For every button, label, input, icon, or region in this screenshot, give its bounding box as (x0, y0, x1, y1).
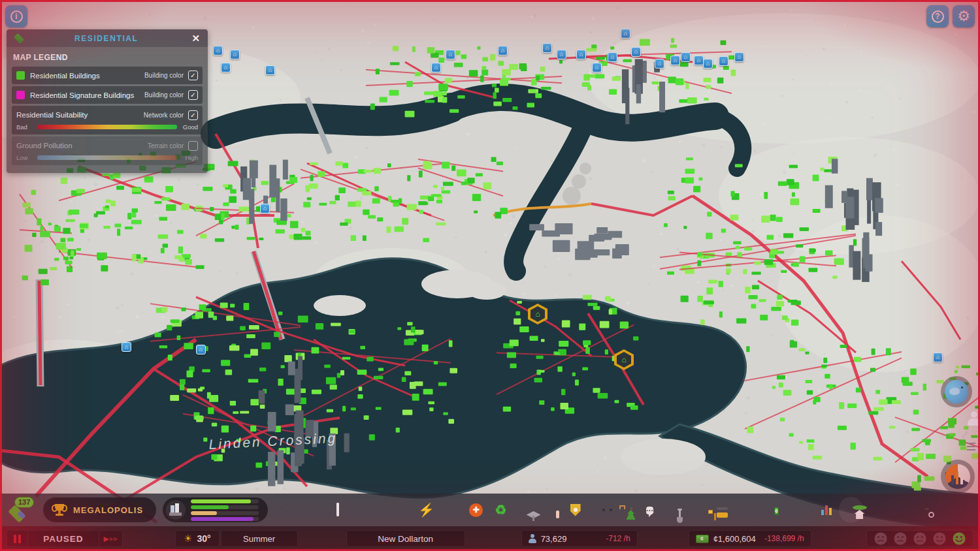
happiness-face-neutral (913, 531, 927, 546)
ground-pollution-checkbox[interactable] (188, 141, 198, 151)
season-widget[interactable]: Summer (221, 530, 298, 547)
communications-icon: ··· (646, 504, 653, 516)
panel-title: RESIDENTIAL (24, 34, 189, 43)
chirper-bird-icon (945, 380, 968, 403)
roads-tool[interactable] (391, 498, 412, 522)
building-levelup-marker[interactable]: ⌂ (230, 50, 240, 59)
parks-recreation-tool[interactable] (614, 498, 636, 522)
money-value: ¢1,600,604 (713, 534, 756, 544)
electricity-icon: ⚡ (418, 503, 434, 517)
milestone-label: MEGALOPOLIS (73, 505, 143, 515)
building-levelup-marker[interactable]: ⌂ (196, 345, 206, 354)
population-icon (529, 534, 536, 543)
close-icon[interactable]: ✕ (189, 33, 203, 44)
xp-track-2 (191, 511, 259, 515)
statistics-icon (821, 505, 832, 515)
residential-infoview-panel: RESIDENTIAL ✕ MAP LEGEND Residential Bui… (7, 29, 208, 173)
electricity-tool[interactable]: ⚡ (416, 498, 437, 522)
bulldozer-tool[interactable] (703, 498, 725, 522)
zoning-tool[interactable] (302, 498, 323, 522)
building-levelup-marker[interactable]: ⌂ (655, 59, 664, 69)
milestone-button[interactable]: MEGALOPOLIS (43, 497, 156, 522)
xp-progress-button[interactable] (163, 497, 268, 522)
water-sewage-tool[interactable] (440, 498, 462, 522)
building-levelup-marker[interactable]: ⌂ (260, 204, 270, 213)
legend-row-residential-buildings: Residential Buildings Building color ✓ (12, 67, 203, 84)
settings-button[interactable]: ⚙ (953, 5, 975, 27)
game-screen: Linden Crossing ⌂⌂⌂⌂⌂⌂⌂⌂⌂⌂⌂⌂⌂⌂⌂⌂⌂⌂⌂⌂⌂⌂⌂⌂… (0, 0, 980, 551)
city-level-button[interactable]: 137 (5, 497, 37, 523)
progression-button[interactable] (840, 498, 862, 522)
terrain-tool[interactable] (351, 498, 373, 522)
communications-tool[interactable]: ··· (639, 498, 661, 522)
suitability-checkbox[interactable]: ✓ (188, 110, 198, 120)
building-levelup-marker[interactable]: ⌂ (734, 52, 744, 62)
education-tool[interactable] (515, 498, 536, 522)
info-views-button[interactable] (791, 498, 812, 522)
districts-tool[interactable] (327, 498, 348, 522)
building-levelup-marker[interactable]: ⌂ (576, 50, 586, 59)
money-widget[interactable]: ¢ ¢1,600,604 -138,699 /h (689, 530, 811, 547)
building-levelup-marker[interactable]: ⌂ (631, 47, 641, 57)
districts-icon (336, 504, 339, 516)
simulation-speed-control: PAUSED ▶ ▶▶ (7, 530, 123, 547)
building-levelup-marker[interactable]: ⌂ (431, 63, 441, 72)
transportation-tool[interactable] (589, 498, 611, 522)
building-levelup-marker[interactable]: ⌂ (122, 342, 131, 352)
building-levelup-marker[interactable]: ⌂ (542, 43, 552, 53)
building-levelup-marker[interactable]: ⌂ (557, 50, 566, 59)
city-name: New Dollarton (378, 534, 433, 544)
signature-buildings-swatch (16, 91, 25, 99)
building-levelup-marker[interactable]: ⌂ (621, 29, 630, 39)
pause-button[interactable] (7, 531, 28, 546)
legend-row-ground-pollution: Ground Pollution Terrain color Low High (12, 136, 203, 165)
population-widget[interactable]: 73,629 -712 /h (521, 530, 638, 547)
healthcare-tool[interactable]: ✚ (465, 498, 487, 522)
tool-strip: ⚡✚♻···¢ (302, 498, 937, 522)
building-levelup-marker[interactable]: ⌂ (265, 65, 275, 75)
city-name-widget[interactable]: New Dollarton (346, 530, 465, 547)
photo-mode-button[interactable] (912, 498, 934, 522)
building-levelup-marker[interactable]: ⌂ (608, 52, 617, 62)
garbage-tool[interactable]: ♻ (490, 498, 512, 522)
building-levelup-marker[interactable]: ⌂ (681, 52, 691, 62)
suitability-gradient (37, 125, 177, 129)
happiness-face-very-sad (874, 531, 888, 546)
temperature-value: 30° (197, 533, 210, 544)
legend-header[interactable]: RESIDENTIAL ✕ (7, 29, 208, 47)
info-panel-button[interactable]: i (5, 5, 27, 27)
building-levelup-marker[interactable]: ⌂ (933, 353, 943, 362)
speed-up-button[interactable]: ▶ ▶▶ (99, 531, 122, 546)
fast-forward-icon: ▶▶ (110, 536, 118, 542)
residential-buildings-swatch (16, 71, 25, 80)
happiness-widget[interactable] (866, 530, 973, 547)
city-icon (166, 500, 186, 520)
temperature-widget[interactable]: ☀ 30° (175, 530, 220, 547)
map-legend-heading: MAP LEGEND (13, 53, 203, 62)
population-value: 73,629 (541, 534, 567, 544)
landscaping-tool[interactable] (664, 498, 685, 522)
pollution-gradient (37, 155, 177, 160)
building-levelup-marker[interactable]: ⌂ (498, 46, 508, 55)
building-levelup-marker[interactable]: ⌂ (446, 50, 455, 59)
gear-icon: ⚙ (957, 9, 970, 24)
building-levelup-marker[interactable]: ⌂ (703, 59, 713, 69)
building-levelup-marker[interactable]: ⌂ (694, 55, 704, 65)
radio-button[interactable] (941, 460, 975, 494)
building-levelup-marker[interactable]: ⌂ (213, 46, 223, 55)
residential-buildings-checkbox[interactable]: ✓ (188, 71, 198, 80)
building-levelup-marker[interactable]: ⌂ (592, 63, 602, 72)
radio-icon (945, 464, 970, 489)
trophy-icon (52, 503, 67, 517)
fire-rescue-tool[interactable] (540, 498, 561, 522)
help-button[interactable]: ? (926, 5, 949, 27)
police-tool[interactable] (564, 498, 586, 522)
building-levelup-marker[interactable]: ⌂ (670, 55, 680, 65)
building-levelup-marker[interactable]: ⌂ (221, 63, 231, 72)
economy-button[interactable]: ¢ (766, 498, 787, 522)
statistics-button[interactable] (815, 498, 837, 522)
chirper-button[interactable] (941, 376, 972, 407)
help-icon: ? (932, 10, 944, 23)
signature-buildings-checkbox[interactable]: ✓ (188, 90, 198, 100)
building-levelup-marker[interactable]: ⌂ (719, 56, 728, 66)
